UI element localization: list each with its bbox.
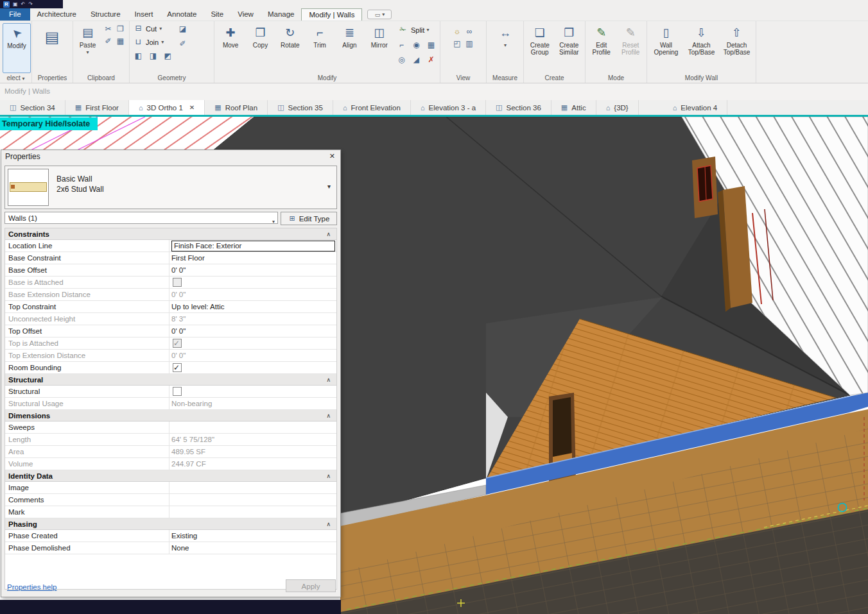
panel-label-mode[interactable]: Mode [586, 74, 647, 82]
view-tab-roof-plan[interactable]: ▦ Roof Plan [205, 100, 268, 115]
pin-icon[interactable]: ◉ [410, 39, 422, 51]
thin-lines-icon[interactable]: ▥ [464, 38, 476, 50]
attach-top-base-button[interactable]: ⇩ Attach Top/Base [685, 23, 718, 73]
properties-help-link[interactable]: Properties help [7, 583, 56, 591]
panel-label-modify-wall[interactable]: Modify Wall [647, 74, 756, 82]
split-element-button[interactable]: ✁ Split ▾ [395, 23, 437, 37]
chevron-down-icon[interactable]: ▾ [327, 183, 331, 190]
reveal-hidden-elements-icon[interactable]: ☼ [451, 26, 464, 38]
section-header-identity-data[interactable]: Identity Data∧ [5, 470, 336, 482]
scale-icon[interactable]: ◢ [410, 54, 422, 66]
join-geometry-button[interactable]: ⊔ Join ▾ [132, 37, 174, 47]
type-selector[interactable]: Basic Wall 2x6 Stud Wall ▾ [4, 166, 337, 209]
panel-label-create[interactable]: Create [524, 74, 585, 82]
mirror-button[interactable]: ◫ Mirror [366, 23, 393, 73]
view-tab-3d-ortho-1[interactable]: ⌂ 3D Ortho 1 ✕ [129, 100, 205, 115]
tab-view[interactable]: View [230, 8, 261, 21]
modify-tool-button[interactable]: ➤ Modify [3, 23, 31, 73]
panel-label-measure[interactable]: Measure [487, 74, 523, 82]
palette-titlebar[interactable]: Properties ✕ [1, 150, 340, 165]
measure-button[interactable]: ↔ ▾ [490, 23, 520, 73]
section-header-phasing[interactable]: Phasing∧ [5, 518, 336, 530]
collapse-chevron-icon[interactable]: ∧ [326, 231, 331, 237]
checkbox[interactable] [173, 387, 182, 396]
cut-geometry-button[interactable]: ⊟ Cut ▾ [132, 23, 174, 34]
panel-label-modify[interactable]: Modify [214, 74, 440, 82]
panel-label-geometry[interactable]: Geometry [130, 74, 214, 82]
tab-modify-walls[interactable]: Modify | Walls [301, 8, 362, 21]
selection-filter-combo[interactable]: Walls (1) ▾ [4, 212, 278, 224]
detach-top-base-button[interactable]: ⇧ Detach Top/Base [720, 23, 753, 73]
view-tab-section-34[interactable]: ◫ Section 34 [0, 100, 65, 115]
temporary-hide-isolate-icon[interactable]: ∞ [464, 26, 476, 38]
tab-structure[interactable]: Structure [83, 8, 128, 21]
selection-box-icon[interactable]: ◰ [451, 38, 464, 50]
collapse-chevron-icon[interactable]: ∧ [326, 473, 331, 479]
trim-icon: ⌐ [317, 23, 324, 42]
drawing-area[interactable]: Temporary Hide/Isolate Properties ✕ Basi… [0, 117, 868, 614]
create-group-button[interactable]: ❏ Create Group [526, 23, 553, 73]
temporary-hide-isolate-badge[interactable]: Temporary Hide/Isolate [0, 117, 98, 130]
view-tab-attic[interactable]: ▦ Attic [551, 100, 596, 115]
remove-coping-icon[interactable]: ◨ [147, 50, 159, 62]
trim-corner-icon[interactable]: ⌐ [395, 39, 408, 51]
copy-button[interactable]: ❐ Copy [247, 23, 273, 73]
view-tab-elevation-4[interactable]: ⌂ Elevation 4 [663, 100, 728, 115]
section-header-constraints[interactable]: Constraints∧ [5, 228, 336, 240]
cut-to-clipboard-icon[interactable]: ✂ [102, 23, 114, 35]
panel-label-properties[interactable]: Properties [32, 74, 73, 82]
view-tab-section-36[interactable]: ◫ Section 36 [486, 100, 551, 115]
wall-joins-icon[interactable]: ▦ [114, 35, 126, 47]
panel-label-view[interactable]: View [440, 74, 486, 82]
elevation-view-icon: ⌂ [421, 104, 425, 112]
section-header-structural[interactable]: Structural∧ [5, 374, 336, 386]
apply-coping-icon[interactable]: ◧ [132, 50, 144, 62]
ribbon-display-toggle[interactable]: ▭ ▾ [367, 10, 392, 19]
dormer-window[interactable] [692, 157, 718, 218]
tab-site[interactable]: Site [204, 8, 230, 21]
file-tab[interactable]: File [0, 8, 30, 21]
unpin-icon[interactable]: ◎ [395, 54, 408, 66]
rotate-button[interactable]: ↻ Rotate [277, 23, 304, 73]
create-similar-button[interactable]: ❐ Create Similar [556, 23, 583, 73]
view-tab-first-floor[interactable]: ▦ First Floor [65, 100, 129, 115]
paste-button[interactable]: ▤ Paste ▾ [76, 23, 100, 73]
tab-annotate[interactable]: Annotate [160, 8, 204, 21]
panel-label-clipboard[interactable]: Clipboard [73, 74, 129, 82]
view-tab-elevation-3-a[interactable]: ⌂ Elevation 3 - a [411, 100, 486, 115]
demolish-icon[interactable]: ✐ [177, 38, 189, 50]
panel-label-select[interactable]: elect ▾ [0, 74, 31, 82]
array-icon[interactable]: ▦ [425, 39, 437, 51]
close-tab-icon[interactable]: ✕ [189, 104, 195, 111]
redo-icon[interactable]: ↷ [28, 1, 33, 7]
collapse-chevron-icon[interactable]: ∧ [326, 521, 331, 527]
properties-palette-button[interactable]: ▤ [35, 23, 69, 73]
match-type-properties-icon[interactable]: ✐ [102, 35, 114, 47]
copy-to-clipboard-icon[interactable]: ❐ [114, 23, 126, 35]
view-tab-section-35[interactable]: ◫ Section 35 [268, 100, 333, 115]
checkbox[interactable] [173, 363, 182, 372]
wall-opening-button[interactable]: ▯ Wall Opening [650, 23, 682, 73]
paint-icon[interactable]: ◪ [177, 23, 189, 35]
delete-icon[interactable]: ✗ [425, 54, 437, 66]
property-row-base-is-attached: Base is Attached [5, 277, 336, 289]
section-header-dimensions[interactable]: Dimensions∧ [5, 410, 336, 422]
ribbon: ➤ Modify elect ▾ ▤ Properties ▤ Paste ▾ [0, 21, 868, 83]
trim-button[interactable]: ⌐ Trim [306, 23, 333, 73]
save-icon[interactable]: ▣ [13, 1, 18, 7]
view-tab-3d[interactable]: ⌂ {3D} [596, 100, 639, 115]
close-icon[interactable]: ✕ [329, 152, 335, 160]
edit-profile-button[interactable]: ✎ Edit Profile [588, 23, 615, 73]
move-button[interactable]: ✚ Move [217, 23, 244, 73]
tab-insert[interactable]: Insert [128, 8, 161, 21]
app-icon[interactable]: R [3, 1, 10, 8]
view-tab-front-elevation[interactable]: ⌂ Front Elevation [333, 100, 411, 115]
beam-cutback-icon[interactable]: ◩ [162, 50, 174, 62]
tab-manage[interactable]: Manage [261, 8, 302, 21]
edit-type-button[interactable]: ⊞ Edit Type [281, 212, 337, 225]
undo-icon[interactable]: ↶ [21, 1, 26, 7]
tab-architecture[interactable]: Architecture [30, 8, 83, 21]
align-button[interactable]: ≣ Align [336, 23, 363, 73]
collapse-chevron-icon[interactable]: ∧ [326, 413, 331, 419]
collapse-chevron-icon[interactable]: ∧ [326, 377, 331, 383]
